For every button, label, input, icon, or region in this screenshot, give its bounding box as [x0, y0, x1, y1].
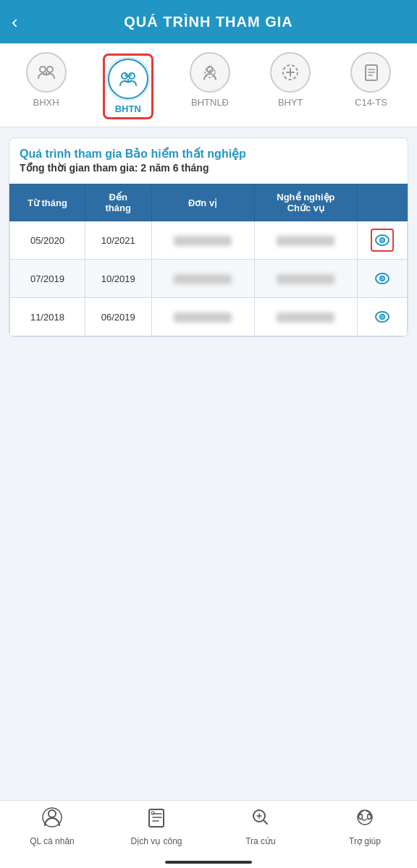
cell-nghe-nghiep: ██████████ — [254, 298, 358, 336]
svg-point-0 — [40, 67, 46, 72]
app-header: ‹ QUÁ TRÌNH THAM GIA — [0, 0, 417, 43]
page-title: QUÁ TRÌNH THAM GIA — [124, 14, 293, 30]
svg-point-22 — [359, 814, 363, 820]
view-detail-button[interactable] — [371, 267, 394, 290]
dich-vu-cong-icon — [146, 807, 167, 833]
table-row: 07/201910/2019████████████████████ — [10, 260, 408, 298]
c14ts-icon-wrap — [350, 52, 391, 93]
tab-bhtn[interactable]: BHTN — [106, 57, 150, 116]
nav-ql-ca-nhan-label: QL cá nhân — [30, 836, 75, 846]
cell-don-vi: ██████████ — [151, 221, 254, 260]
category-tab-bar: BHXH BHTN — [0, 43, 417, 127]
tab-bhtn-active-border: BHTN — [103, 54, 153, 119]
tab-bhtn-label: BHTN — [115, 103, 141, 114]
nav-dich-vu-cong-label: Dịch vụ công — [130, 836, 182, 846]
col-header-nghe-nghiep: Nghề nghiệpChức vụ — [254, 184, 358, 221]
nav-tra-cuu-label: Tra cứu — [245, 836, 276, 846]
cell-den-thang: 06/2019 — [85, 298, 151, 336]
tab-c14ts-label: C14-TS — [355, 97, 387, 108]
col-header-tu-thang: Từ tháng — [10, 184, 85, 221]
card-title: Quá trình tham gia Bảo hiểm thất nghiệp — [20, 147, 397, 161]
col-header-don-vi: Đơn vị — [151, 184, 254, 221]
cell-den-thang: 10/2021 — [85, 221, 151, 260]
tra-cuu-icon — [250, 807, 271, 833]
bhyt-icon-wrap — [270, 52, 311, 93]
home-indicator — [0, 858, 417, 868]
nav-tra-cuu[interactable]: Tra cứu — [208, 807, 313, 846]
view-detail-button[interactable] — [371, 229, 394, 252]
cell-eye-action[interactable] — [358, 221, 408, 260]
cell-don-vi: ██████████ — [151, 260, 254, 298]
tab-bhxh-label: BHXH — [33, 97, 59, 108]
nav-tro-giup-label: Trợ giúp — [349, 836, 381, 846]
table-row: 11/201806/2019████████████████████ — [10, 298, 408, 336]
main-content: Quá trình tham gia Bảo hiểm thất nghiệp … — [0, 127, 417, 800]
nav-ql-ca-nhan[interactable]: QL cá nhân — [0, 807, 104, 846]
tab-bhtnld[interactable]: BHTNLĐ — [169, 52, 250, 121]
home-bar — [165, 861, 252, 864]
table-row: 05/202010/2021████████████████████ — [10, 221, 408, 260]
back-button[interactable]: ‹ — [12, 11, 18, 33]
bottom-navigation: QL cá nhân Dịch vụ công Tra cứu — [0, 800, 417, 858]
cell-don-vi: ██████████ — [151, 298, 254, 336]
view-detail-button[interactable] — [371, 305, 394, 328]
bhtn-icon-wrap — [108, 59, 148, 99]
nav-tro-giup[interactable]: Trợ giúp — [313, 807, 417, 846]
card-header: Quá trình tham gia Bảo hiểm thất nghiệp … — [9, 138, 408, 184]
insurance-card: Quá trình tham gia Bảo hiểm thất nghiệp … — [9, 137, 408, 337]
svg-point-10 — [382, 239, 383, 241]
nav-dich-vu-cong[interactable]: Dịch vụ công — [104, 807, 208, 846]
tab-bhxh[interactable]: BHXH — [6, 52, 86, 121]
cell-eye-action[interactable] — [358, 298, 408, 336]
tab-bhtnld-label: BHTNLĐ — [191, 97, 229, 108]
col-header-den-thang: Đếntháng — [85, 184, 151, 221]
card-subtitle: Tổng thời gian tham gia: 2 năm 6 tháng — [20, 162, 397, 174]
col-header-action — [358, 184, 408, 221]
tab-c14ts[interactable]: C14-TS — [331, 52, 411, 121]
cell-tu-thang: 05/2020 — [10, 221, 85, 260]
cell-tu-thang: 07/2019 — [10, 260, 85, 298]
tro-giup-icon — [354, 807, 376, 833]
cell-den-thang: 10/2019 — [85, 260, 151, 298]
cell-nghe-nghiep: ██████████ — [254, 260, 358, 298]
cell-nghe-nghiep: ██████████ — [254, 221, 358, 260]
svg-point-13 — [382, 278, 383, 279]
svg-point-16 — [382, 316, 383, 318]
cell-tu-thang: 11/2018 — [10, 298, 85, 336]
tab-bhyt-label: BHYT — [278, 97, 303, 108]
ql-ca-nhan-icon — [41, 807, 63, 833]
tab-bhyt[interactable]: BHYT — [250, 52, 331, 121]
participation-table: Từ tháng Đếntháng Đơn vị Nghề nghiệpChức… — [9, 184, 408, 336]
bhtnld-icon-wrap — [190, 52, 230, 93]
svg-point-17 — [49, 810, 56, 817]
svg-point-1 — [47, 67, 53, 72]
svg-point-23 — [368, 814, 371, 820]
bhxh-icon-wrap — [26, 52, 67, 93]
cell-eye-action[interactable] — [358, 260, 408, 298]
